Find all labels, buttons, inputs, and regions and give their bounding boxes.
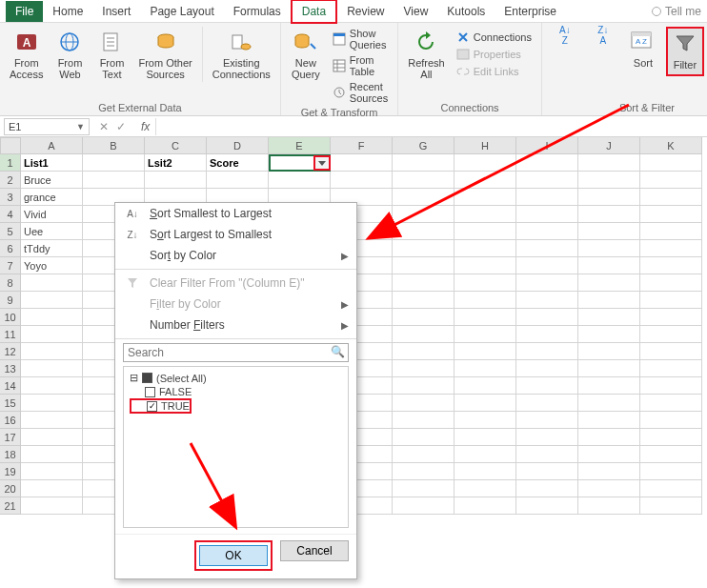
cell-B2[interactable] [83,172,145,189]
row-18[interactable]: 18 [0,446,21,463]
row-14[interactable]: 14 [0,377,21,395]
tab-review[interactable]: Review [337,1,394,22]
row-12[interactable]: 12 [0,343,21,360]
cell-J12[interactable] [578,343,640,360]
tab-view[interactable]: View [394,1,438,22]
cell-F2[interactable] [331,172,393,189]
cell-K15[interactable] [640,395,702,412]
cell-I6[interactable] [516,240,578,257]
cell-A13[interactable] [21,360,83,377]
from-other-sources-button[interactable]: From Other Sources [134,27,195,82]
row-19[interactable]: 19 [0,463,21,480]
show-queries-button[interactable]: Show Queries [329,27,392,51]
checkbox-false[interactable] [145,387,155,397]
formula-input[interactable] [155,118,707,135]
fx-icon[interactable]: fx [135,120,155,133]
cell-G16[interactable] [393,412,454,429]
cancel-formula-icon[interactable]: ✕ [99,120,109,133]
sort-button[interactable]: A Z Sort [624,27,662,76]
connections-button[interactable]: Connections [453,30,535,45]
cell-J1[interactable] [578,154,640,172]
cell-G20[interactable] [393,480,454,497]
search-icon[interactable]: 🔍 [331,345,345,358]
cell-I17[interactable] [516,429,578,446]
filter-select-all[interactable]: ⊟ (Select All) [130,371,342,385]
cell-K17[interactable] [640,429,702,446]
cell-H2[interactable] [454,172,516,189]
cell-H16[interactable] [454,412,516,429]
cell-I18[interactable] [516,446,578,463]
sort-smallest-largest[interactable]: A↓ Sort Smallest to Largest [115,203,356,224]
cell-C1[interactable]: Lsit2 [145,154,207,172]
cell-G15[interactable] [393,395,454,412]
cell-A19[interactable] [21,463,83,480]
row-21[interactable]: 21 [0,497,21,515]
filter-search-input[interactable] [123,343,349,362]
cell-G13[interactable] [393,360,454,377]
cell-A12[interactable] [21,343,83,360]
tab-file[interactable]: File [6,1,43,22]
cell-A5[interactable]: Uee [21,223,83,240]
row-8[interactable]: 8 [0,274,21,292]
cell-I11[interactable] [516,326,578,343]
row-6[interactable]: 6 [0,240,21,257]
cell-C2[interactable] [145,172,207,189]
cell-I7[interactable] [516,257,578,274]
row-15[interactable]: 15 [0,395,21,412]
cell-I8[interactable] [516,274,578,292]
cell-I12[interactable] [516,343,578,360]
row-9[interactable]: 9 [0,292,21,309]
cell-K21[interactable] [640,497,702,515]
row-11[interactable]: 11 [0,326,21,343]
cell-H18[interactable] [454,446,516,463]
cell-H1[interactable] [454,154,516,172]
cell-G2[interactable] [393,172,454,189]
cell-H7[interactable] [454,257,516,274]
row-13[interactable]: 13 [0,360,21,377]
cell-G1[interactable] [393,154,454,172]
cell-H3[interactable] [454,189,516,206]
cell-G3[interactable] [393,189,454,206]
cell-A3[interactable]: grance [21,189,83,206]
select-all-corner[interactable] [0,137,21,154]
cell-I3[interactable] [516,189,578,206]
col-F[interactable]: F [331,137,393,154]
row-2[interactable]: 2 [0,172,21,189]
checkbox-select-all[interactable] [142,373,152,383]
row-5[interactable]: 5 [0,223,21,240]
cell-K16[interactable] [640,412,702,429]
tab-kutools[interactable]: Kutools [437,1,495,22]
new-query-button[interactable]: New Query [287,27,325,105]
cell-J4[interactable] [578,206,640,223]
row-4[interactable]: 4 [0,206,21,223]
cell-H6[interactable] [454,240,516,257]
cell-K1[interactable] [640,154,702,172]
cell-J18[interactable] [578,446,640,463]
cell-G10[interactable] [393,309,454,326]
cell-G17[interactable] [393,429,454,446]
row-10[interactable]: 10 [0,309,21,326]
from-table-button[interactable]: From Table [329,53,392,78]
cell-I4[interactable] [516,206,578,223]
cell-I16[interactable] [516,412,578,429]
cell-J6[interactable] [578,240,640,257]
cell-G6[interactable] [393,240,454,257]
cell-I1[interactable] [516,154,578,172]
cell-J9[interactable] [578,292,640,309]
cell-H8[interactable] [454,274,516,292]
cell-A10[interactable] [21,309,83,326]
cell-A11[interactable] [21,326,83,343]
cell-H12[interactable] [454,343,516,360]
cell-K5[interactable] [640,223,702,240]
cell-H14[interactable] [454,377,516,395]
cell-J3[interactable] [578,189,640,206]
cell-E2[interactable] [269,172,331,189]
cell-K4[interactable] [640,206,702,223]
cell-G5[interactable] [393,223,454,240]
cell-G19[interactable] [393,463,454,480]
name-box-dropdown-icon[interactable]: ▼ [76,122,85,132]
cell-H21[interactable] [454,497,516,515]
tell-me[interactable]: Tell me [652,5,701,18]
cell-G8[interactable] [393,274,454,292]
cell-K9[interactable] [640,292,702,309]
